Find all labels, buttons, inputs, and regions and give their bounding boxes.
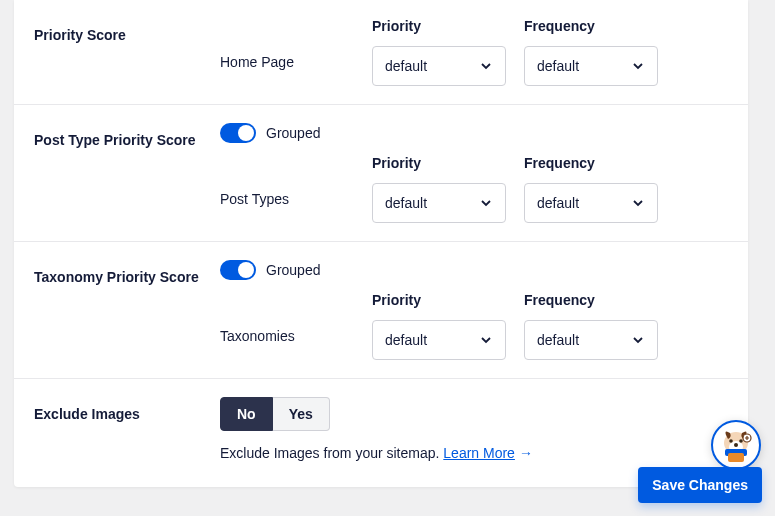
row-label-taxonomies: Taxonomies <box>220 292 368 360</box>
section-priority-score: Priority Score Home Page Priority defaul… <box>14 0 748 105</box>
section-content: Grouped Post Types Priority default Freq… <box>220 123 728 223</box>
frequency-select-post-types[interactable]: default <box>524 183 658 223</box>
priority-heading: Priority <box>372 292 506 312</box>
mascot-avatar[interactable] <box>711 420 761 470</box>
svg-point-4 <box>729 439 733 443</box>
exclude-images-segmented: No Yes <box>220 397 728 431</box>
frequency-heading: Frequency <box>524 18 658 38</box>
svg-point-5 <box>739 439 743 443</box>
select-value: default <box>385 195 427 211</box>
grouped-toggle-post-type[interactable] <box>220 123 256 143</box>
section-content: Home Page Priority default Frequency def… <box>220 18 728 86</box>
priority-block: Priority default <box>372 155 506 223</box>
section-content: No Yes Exclude Images from your sitemap.… <box>220 397 728 461</box>
priority-block: Priority default <box>372 292 506 360</box>
frequency-heading: Frequency <box>524 292 658 312</box>
svg-rect-7 <box>728 453 744 462</box>
grouped-label: Grouped <box>266 125 320 141</box>
chevron-down-icon <box>479 59 493 73</box>
priority-heading: Priority <box>372 18 506 38</box>
section-label: Exclude Images <box>34 397 220 461</box>
chevron-down-icon <box>479 333 493 347</box>
frequency-select-taxonomies[interactable]: default <box>524 320 658 360</box>
select-value: default <box>385 58 427 74</box>
section-content: Grouped Taxonomies Priority default Freq… <box>220 260 728 360</box>
svg-point-3 <box>734 443 738 447</box>
chevron-down-icon <box>631 59 645 73</box>
exclude-yes-button[interactable]: Yes <box>273 397 330 431</box>
learn-more-link[interactable]: Learn More <box>443 445 515 461</box>
row-label-post-types: Post Types <box>220 155 368 223</box>
select-value: default <box>385 332 427 348</box>
section-taxonomy-priority: Taxonomy Priority Score Grouped Taxonomi… <box>14 242 748 379</box>
priority-select-taxonomies[interactable]: default <box>372 320 506 360</box>
select-value: default <box>537 58 579 74</box>
select-value: default <box>537 332 579 348</box>
help-prefix: Exclude Images from your sitemap. <box>220 445 443 461</box>
exclude-help-text: Exclude Images from your sitemap. Learn … <box>220 445 728 461</box>
section-label: Taxonomy Priority Score <box>34 260 220 360</box>
priority-block: Priority default <box>372 18 506 86</box>
frequency-block: Frequency default <box>524 155 658 223</box>
row-label-home-page: Home Page <box>220 18 368 86</box>
section-label: Priority Score <box>34 18 220 86</box>
section-exclude-images: Exclude Images No Yes Exclude Images fro… <box>14 379 748 473</box>
settings-card: Priority Score Home Page Priority defaul… <box>14 0 748 487</box>
select-value: default <box>537 195 579 211</box>
priority-select-post-types[interactable]: default <box>372 183 506 223</box>
frequency-select-home[interactable]: default <box>524 46 658 86</box>
save-changes-button[interactable]: Save Changes <box>638 467 762 503</box>
section-post-type-priority: Post Type Priority Score Grouped Post Ty… <box>14 105 748 242</box>
priority-heading: Priority <box>372 155 506 175</box>
priority-select-home[interactable]: default <box>372 46 506 86</box>
chevron-down-icon <box>479 196 493 210</box>
grouped-toggle-taxonomy[interactable] <box>220 260 256 280</box>
exclude-no-button[interactable]: No <box>220 397 273 431</box>
arrow-right-icon: → <box>519 445 533 461</box>
chevron-down-icon <box>631 196 645 210</box>
section-label: Post Type Priority Score <box>34 123 220 223</box>
frequency-block: Frequency default <box>524 292 658 360</box>
frequency-block: Frequency default <box>524 18 658 86</box>
chevron-down-icon <box>631 333 645 347</box>
grouped-label: Grouped <box>266 262 320 278</box>
frequency-heading: Frequency <box>524 155 658 175</box>
